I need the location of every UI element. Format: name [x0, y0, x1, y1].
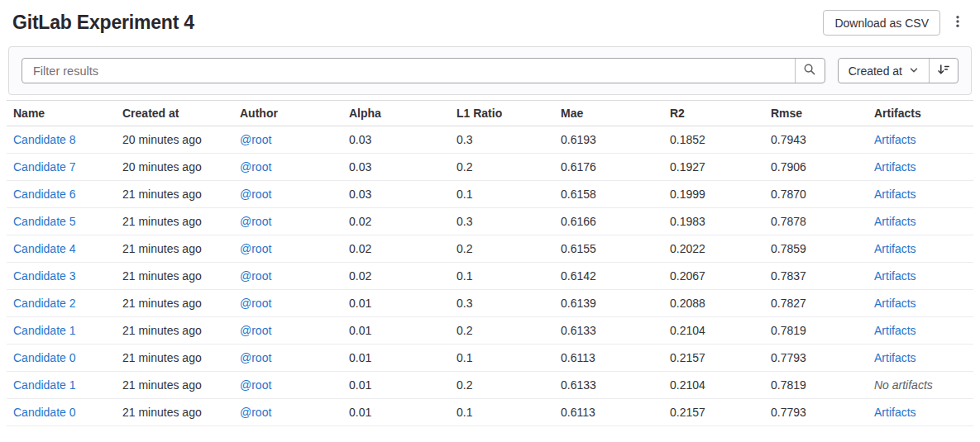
- candidate-link[interactable]: Candidate 2: [13, 297, 76, 310]
- column-header-created-at: Created at: [116, 101, 233, 126]
- alpha-value: 0.02: [349, 242, 371, 255]
- header-actions: Download as CSV: [823, 10, 968, 36]
- author-link[interactable]: @root: [240, 188, 271, 201]
- author-link[interactable]: @root: [240, 160, 271, 173]
- candidate-link[interactable]: Candidate 8: [13, 133, 76, 146]
- l1-ratio-value: 0.1: [457, 351, 472, 364]
- artifacts-link[interactable]: Artifacts: [874, 242, 916, 255]
- created-at-value: 21 minutes ago: [122, 406, 202, 419]
- artifacts-link[interactable]: Artifacts: [874, 160, 916, 173]
- artifacts-link[interactable]: Artifacts: [874, 269, 916, 283]
- mae-value: 0.6193: [561, 133, 596, 146]
- created-at-value: 21 minutes ago: [122, 215, 202, 228]
- table-row: Candidate 1 21 minutes ago @root 0.01 0.…: [7, 372, 973, 399]
- author-link[interactable]: @root: [240, 215, 271, 228]
- candidate-link[interactable]: Candidate 7: [13, 160, 76, 173]
- candidate-link[interactable]: Candidate 5: [13, 215, 76, 228]
- rmse-value: 0.7906: [771, 160, 806, 173]
- created-at-value: 21 minutes ago: [122, 324, 202, 337]
- rmse-value: 0.7859: [771, 242, 806, 255]
- column-header-author: Author: [233, 101, 342, 126]
- author-link[interactable]: @root: [240, 406, 271, 419]
- created-at-value: 21 minutes ago: [122, 188, 202, 201]
- author-link[interactable]: @root: [240, 378, 271, 392]
- artifacts-link[interactable]: Artifacts: [874, 215, 916, 228]
- candidate-link[interactable]: Candidate 1: [13, 324, 76, 337]
- l1-ratio-value: 0.2: [457, 378, 472, 392]
- author-link[interactable]: @root: [240, 269, 271, 283]
- table-row: Candidate 6 21 minutes ago @root 0.03 0.…: [7, 181, 973, 208]
- created-at-value: 21 minutes ago: [122, 297, 202, 310]
- mae-value: 0.6113: [561, 406, 595, 419]
- artifacts-link[interactable]: Artifacts: [874, 297, 916, 310]
- search-box: [22, 58, 825, 83]
- alpha-value: 0.01: [349, 378, 371, 392]
- artifacts-link[interactable]: Artifacts: [874, 324, 916, 337]
- author-link[interactable]: @root: [240, 324, 271, 337]
- l1-ratio-value: 0.1: [457, 188, 472, 201]
- l1-ratio-value: 0.2: [457, 324, 472, 337]
- created-at-value: 21 minutes ago: [122, 269, 202, 283]
- column-header-name: Name: [7, 101, 116, 126]
- search-button[interactable]: [795, 59, 825, 83]
- created-at-value: 20 minutes ago: [122, 160, 202, 173]
- mae-value: 0.6113: [561, 351, 595, 364]
- author-link[interactable]: @root: [240, 133, 271, 146]
- download-csv-button[interactable]: Download as CSV: [823, 10, 940, 36]
- experiment-results-table: Name Created at Author Alpha L1 Ratio Ma…: [7, 100, 973, 426]
- candidate-link[interactable]: Candidate 0: [13, 406, 76, 419]
- candidate-link[interactable]: Candidate 6: [13, 188, 76, 201]
- column-header-artifacts: Artifacts: [868, 101, 973, 126]
- alpha-value: 0.02: [349, 269, 371, 283]
- table-header-row: Name Created at Author Alpha L1 Ratio Ma…: [7, 101, 973, 126]
- alpha-value: 0.03: [349, 160, 371, 173]
- r2-value: 0.2104: [670, 378, 705, 392]
- rmse-value: 0.7837: [771, 269, 806, 283]
- artifacts-link[interactable]: Artifacts: [874, 406, 916, 419]
- candidate-link[interactable]: Candidate 0: [13, 351, 76, 364]
- rmse-value: 0.7878: [771, 215, 806, 228]
- sort-field-dropdown[interactable]: Created at: [839, 59, 929, 83]
- author-link[interactable]: @root: [240, 351, 271, 364]
- alpha-value: 0.01: [349, 406, 371, 419]
- rmse-value: 0.7793: [771, 351, 806, 364]
- r2-value: 0.2067: [670, 269, 705, 283]
- sort-field-label: Created at: [849, 64, 902, 78]
- author-link[interactable]: @root: [240, 242, 271, 255]
- created-at-value: 20 minutes ago: [122, 133, 202, 146]
- l1-ratio-value: 0.1: [457, 269, 472, 283]
- sort-direction-button[interactable]: [929, 59, 958, 83]
- r2-value: 0.2022: [670, 242, 705, 255]
- mae-value: 0.6166: [561, 215, 596, 228]
- chevron-down-icon: [909, 64, 919, 78]
- candidate-link[interactable]: Candidate 3: [13, 269, 76, 283]
- alpha-value: 0.01: [349, 351, 371, 364]
- rmse-value: 0.7793: [771, 406, 806, 419]
- r2-value: 0.1927: [670, 160, 705, 173]
- table-row: Candidate 1 21 minutes ago @root 0.01 0.…: [7, 317, 973, 345]
- artifacts-link[interactable]: Artifacts: [874, 188, 916, 201]
- artifacts-link[interactable]: Artifacts: [874, 133, 916, 146]
- candidate-link[interactable]: Candidate 1: [13, 378, 76, 392]
- filter-bar: Created at: [8, 46, 972, 95]
- r2-value: 0.2157: [670, 351, 705, 364]
- table-row: Candidate 7 20 minutes ago @root 0.03 0.…: [7, 154, 973, 181]
- mae-value: 0.6133: [561, 378, 596, 392]
- alpha-value: 0.01: [349, 324, 371, 337]
- search-input[interactable]: [22, 59, 795, 83]
- mae-value: 0.6139: [561, 297, 596, 310]
- artifacts-link[interactable]: Artifacts: [874, 351, 916, 364]
- l1-ratio-value: 0.1: [457, 406, 472, 419]
- column-header-rmse: Rmse: [764, 101, 868, 126]
- results-table-body: Candidate 8 20 minutes ago @root 0.03 0.…: [7, 126, 973, 426]
- author-link[interactable]: @root: [240, 297, 271, 310]
- column-header-l1-ratio: L1 Ratio: [450, 101, 554, 126]
- l1-ratio-value: 0.2: [457, 160, 472, 173]
- candidate-link[interactable]: Candidate 4: [13, 242, 76, 255]
- alpha-value: 0.03: [349, 188, 371, 201]
- r2-value: 0.1983: [670, 215, 705, 228]
- r2-value: 0.2104: [670, 324, 705, 337]
- table-row: Candidate 0 21 minutes ago @root 0.01 0.…: [7, 399, 973, 426]
- more-actions-button[interactable]: [947, 13, 968, 32]
- l1-ratio-value: 0.3: [457, 215, 472, 228]
